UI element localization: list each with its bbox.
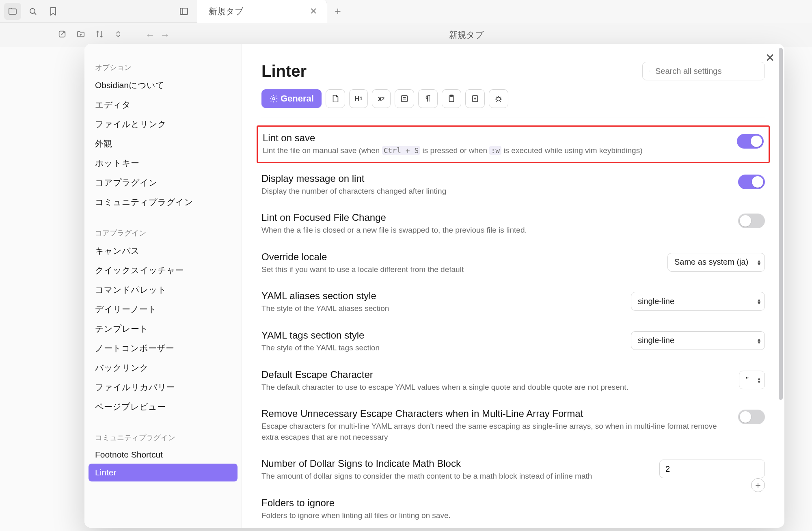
svg-point-4	[272, 97, 275, 100]
sidebar-item-templates[interactable]: テンプレート	[84, 319, 242, 339]
plugin-tab-heading[interactable]: H1	[349, 89, 368, 108]
select-value: single-line	[638, 297, 674, 306]
plugin-tabbar: General H1 x2	[261, 89, 765, 117]
setting-desc: The style of the YAML aliases section	[261, 303, 621, 314]
sidebar-item-canvas[interactable]: キャンバス	[84, 241, 242, 261]
add-file-icon	[471, 94, 479, 103]
clipboard-icon	[447, 94, 456, 103]
toggle-display-message[interactable]	[738, 175, 765, 189]
sidebar-item-community[interactable]: コミュニティプラグイン	[84, 192, 242, 212]
setting-desc: When the a file is closed or a new file …	[261, 225, 728, 236]
select-value: Same as system (ja)	[674, 257, 748, 267]
sidebar-item-about[interactable]: Obsidianについて	[84, 76, 242, 95]
settings-modal: ✕ オプション Obsidianについて エディタ ファイルとリンク 外観 ホッ…	[84, 44, 784, 528]
plugin-tab-content[interactable]	[395, 89, 414, 108]
settings-search[interactable]	[642, 62, 765, 80]
sidebar-item-core[interactable]: コアプラグイン	[84, 173, 242, 192]
setting-title: Lint on save	[263, 132, 727, 144]
sidebar-item-footnote[interactable]: Footnote Shortcut	[84, 446, 242, 464]
setting-desc: The amount of dollar signs to consider t…	[261, 471, 650, 482]
sidebar-item-editor[interactable]: エディタ	[84, 95, 242, 114]
chevron-updown-icon: ▴▾	[758, 259, 760, 266]
sidebar-item-hotkeys[interactable]: ホットキー	[84, 153, 242, 173]
plugin-tab-custom[interactable]	[465, 89, 485, 108]
tab-strip: 新規タブ ✕ +	[197, 0, 812, 23]
select-value: "	[746, 375, 749, 384]
plugin-tab-yaml[interactable]	[326, 89, 345, 108]
setting-lint-on-save: Lint on save Lint the file on manual sav…	[257, 125, 770, 163]
select-escape-char[interactable]: " ▴▾	[739, 371, 765, 389]
select-yaml-aliases[interactable]: single-line ▴▾	[631, 292, 765, 311]
setting-folders-ignore: Folders to ignore Folders to ignore when…	[261, 489, 765, 525]
bookmark-icon-button[interactable]	[45, 3, 62, 20]
sidebar-item-notecomposer[interactable]: ノートコンポーザー	[84, 339, 242, 358]
svg-point-3	[650, 71, 650, 71]
setting-desc: The default character to use to escape Y…	[261, 382, 729, 393]
setting-title: Default Escape Character	[261, 369, 729, 380]
setting-title: Display message on lint	[261, 173, 728, 184]
files-icon-button[interactable]	[4, 3, 21, 20]
new-note-icon[interactable]	[58, 30, 67, 40]
setting-yaml-aliases: YAML aliases section style The style of …	[261, 282, 765, 322]
tab-new[interactable]: 新規タブ ✕	[197, 0, 327, 23]
sidebar-item-recovery[interactable]: ファイルリカバリー	[84, 378, 242, 397]
setting-dollar-signs: Number of Dollar Signs to Indicate Math …	[261, 450, 765, 489]
chevron-updown-icon: ▴▾	[758, 298, 760, 304]
svg-point-9	[497, 97, 500, 101]
sidebar-item-preview[interactable]: ページプレビュー	[84, 397, 242, 417]
chevron-updown-icon: ▴▾	[758, 377, 760, 383]
gear-icon	[269, 94, 278, 103]
toggle-remove-escapes[interactable]	[738, 410, 765, 424]
sidebar-item-quickswitch[interactable]: クイックスイッチャー	[84, 261, 242, 280]
setting-remove-escapes: Remove Unnecessary Escape Characters whe…	[261, 400, 765, 450]
settings-sidebar: オプション Obsidianについて エディタ ファイルとリンク 外観 ホットキ…	[84, 44, 242, 528]
svg-rect-5	[402, 96, 408, 102]
setting-desc: Set this if you want to use a locale dif…	[261, 264, 658, 275]
sort-icon[interactable]	[95, 30, 104, 40]
setting-desc: The style of the YAML tags section	[261, 343, 621, 354]
setting-yaml-tags: YAML tags section style The style of the…	[261, 322, 765, 361]
plugin-title: Linter	[261, 62, 307, 80]
search-icon	[649, 67, 650, 76]
tab-close-icon[interactable]: ✕	[310, 6, 317, 17]
add-folder-button[interactable]: ＋	[751, 478, 765, 492]
select-yaml-tags[interactable]: single-line ▴▾	[631, 331, 765, 350]
sidebar-item-appearance[interactable]: 外観	[84, 134, 242, 153]
nav-forward-icon[interactable]: →	[160, 29, 170, 41]
toggle-lint-on-save[interactable]	[737, 134, 764, 149]
pilcrow-icon	[423, 94, 432, 103]
input-dollar-signs[interactable]	[659, 460, 765, 478]
collapse-icon[interactable]	[114, 30, 123, 40]
sidebar-item-linter[interactable]: Linter	[89, 464, 238, 481]
select-override-locale[interactable]: Same as system (ja) ▴▾	[667, 253, 765, 272]
setting-display-message: Display message on lint Display the numb…	[261, 165, 765, 204]
svg-rect-1	[180, 8, 188, 15]
nav-back-icon[interactable]: ←	[145, 29, 155, 41]
setting-override-locale: Override locale Set this if you want to …	[261, 243, 765, 283]
plugin-tab-footnote[interactable]: x2	[372, 89, 391, 108]
tab-add-button[interactable]: +	[327, 0, 348, 23]
sidebar-item-files[interactable]: ファイルとリンク	[84, 114, 242, 134]
setting-desc: Folders to ignore when linting all files…	[261, 510, 765, 521]
sidebar-item-daily[interactable]: デイリーノート	[84, 300, 242, 319]
new-folder-icon[interactable]	[76, 30, 85, 40]
plugin-tab-spacing[interactable]	[418, 89, 438, 108]
svg-point-0	[30, 9, 35, 13]
bug-icon	[494, 94, 503, 103]
plugin-tab-debug[interactable]	[489, 89, 508, 108]
sidebar-item-backlink[interactable]: バックリンク	[84, 358, 242, 378]
subheader: ← → 新規タブ	[0, 23, 812, 47]
window-toolbar: 新規タブ ✕ +	[0, 0, 812, 23]
plugin-tab-paste[interactable]	[442, 89, 461, 108]
text-box-icon	[400, 94, 409, 103]
setting-title: Folders to ignore	[261, 497, 765, 509]
file-icon	[331, 94, 340, 103]
search-icon-button[interactable]	[24, 3, 41, 20]
toggle-lint-on-focus[interactable]	[738, 214, 765, 228]
settings-search-input[interactable]	[655, 67, 758, 76]
sidebar-toggle-icon[interactable]	[175, 3, 192, 20]
tab-title: 新規タブ	[209, 6, 244, 17]
plugin-tab-general[interactable]: General	[261, 89, 322, 108]
sidebar-item-commandpalette[interactable]: コマンドパレット	[84, 280, 242, 300]
breadcrumb: 新規タブ	[170, 29, 763, 41]
